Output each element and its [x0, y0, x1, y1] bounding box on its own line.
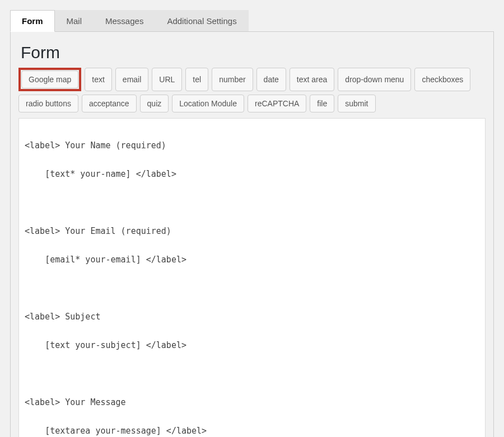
tag-submit-button[interactable]: submit [338, 95, 375, 112]
panel-title: Form [21, 43, 486, 62]
form-panel: Form Google map text email URL tel numbe… [10, 31, 494, 437]
tag-google-map-button[interactable]: Google map [21, 71, 78, 88]
code-line: [textarea your-message] </label> [25, 424, 479, 438]
code-line: <label> Your Email (required) [25, 224, 479, 239]
tag-file-button[interactable]: file [310, 95, 334, 112]
code-line: [text your-subject] </label> [25, 339, 479, 353]
tag-textarea-button[interactable]: text area [290, 68, 334, 91]
code-line: <label> Your Name (required) [25, 139, 479, 153]
tag-radio-button[interactable]: radio buttons [18, 95, 78, 112]
code-line: [email* your-email] </label> [25, 253, 479, 267]
code-line [25, 281, 479, 296]
tab-form[interactable]: Form [10, 10, 55, 32]
code-line [25, 367, 479, 382]
tag-date-button[interactable]: date [256, 68, 286, 91]
tab-bar: Form Mail Messages Additional Settings [10, 10, 494, 32]
highlight-google-map: Google map [18, 68, 81, 91]
tag-tel-button[interactable]: tel [185, 68, 208, 91]
tag-url-button[interactable]: URL [152, 68, 182, 91]
tag-quiz-button[interactable]: quiz [140, 95, 169, 112]
tag-checkboxes-button[interactable]: checkboxes [414, 68, 470, 91]
code-line [25, 196, 479, 210]
tab-mail[interactable]: Mail [55, 10, 94, 32]
form-code-editor[interactable]: <label> Your Name (required) [text* your… [18, 118, 486, 437]
tab-messages[interactable]: Messages [94, 10, 155, 32]
tag-recaptcha-button[interactable]: reCAPTCHA [248, 95, 306, 112]
code-line: <label> Your Message [25, 396, 479, 410]
tag-dropdown-button[interactable]: drop-down menu [338, 68, 411, 91]
tag-number-button[interactable]: number [212, 68, 253, 91]
tab-additional-settings[interactable]: Additional Settings [155, 10, 248, 32]
tag-email-button[interactable]: email [115, 68, 148, 91]
tag-toolbar: Google map text email URL tel number dat… [18, 68, 486, 112]
code-line: [text* your-name] </label> [25, 167, 479, 182]
tag-text-button[interactable]: text [85, 68, 112, 91]
tag-location-module-button[interactable]: Location Module [172, 95, 244, 112]
code-line: <label> Subject [25, 310, 479, 325]
tag-acceptance-button[interactable]: acceptance [82, 95, 137, 112]
